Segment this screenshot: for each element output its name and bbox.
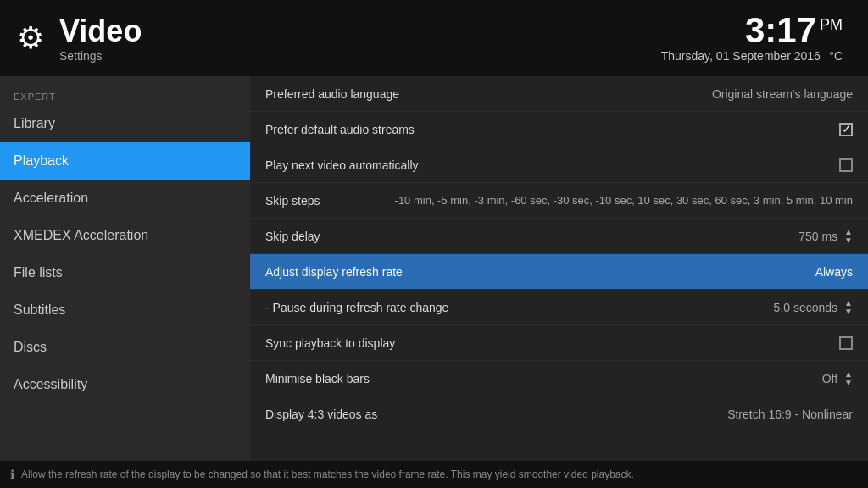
- setting-value-black-bars: Off: [822, 372, 837, 385]
- clock: 3:17PM: [661, 13, 843, 48]
- setting-value-audio-language: Original stream's language: [712, 87, 853, 101]
- date-display: Thursday, 01 September 2016: [661, 49, 821, 63]
- setting-value-skip-steps: -10 min, -5 min, -3 min, -60 sec, -30 se…: [395, 194, 853, 207]
- setting-row-refresh-rate[interactable]: Adjust display refresh rate Always: [250, 254, 868, 290]
- header-right: 3:17PM Thursday, 01 September 2016 °C: [661, 13, 843, 64]
- setting-value-refresh-rate: Always: [815, 265, 853, 279]
- sidebar-item-xmedex[interactable]: XMEDEX Acceleration: [0, 217, 250, 254]
- settings-panel: Preferred audio language Original stream…: [250, 76, 868, 461]
- section-label: EXPERT: [0, 85, 250, 105]
- setting-label-audio-language: Preferred audio language: [265, 87, 712, 101]
- settings-label: Settings: [59, 49, 142, 63]
- spinner-skip-delay[interactable]: ▲ ▼: [844, 228, 853, 245]
- setting-label-default-audio: Prefer default audio streams: [265, 123, 839, 136]
- spinner-up[interactable]: ▲: [844, 228, 853, 236]
- header-title-block: Video Settings: [59, 14, 142, 63]
- setting-row-display-43[interactable]: Display 4:3 videos as Stretch 16:9 - Non…: [250, 396, 868, 432]
- setting-label-display-43: Display 4:3 videos as: [265, 408, 727, 421]
- setting-value-pause-refresh: 5.0 seconds: [774, 301, 838, 314]
- time-value: 3:17: [745, 10, 816, 50]
- checkbox-play-next[interactable]: [839, 158, 853, 172]
- info-icon: ℹ: [10, 468, 14, 481]
- sidebar-item-subtitles[interactable]: Subtitles: [0, 291, 250, 329]
- content-area: EXPERT Library Playback Acceleration XME…: [0, 76, 868, 461]
- setting-row-black-bars[interactable]: Minimise black bars Off ▲ ▼: [250, 361, 868, 396]
- spinner-up-2[interactable]: ▲: [844, 299, 853, 308]
- setting-label-sync-playback: Sync playback to display: [265, 336, 839, 350]
- sidebar-item-acceleration[interactable]: Acceleration: [0, 180, 250, 217]
- setting-row-sync-playback[interactable]: Sync playback to display: [250, 325, 868, 361]
- page-title: Video: [59, 14, 142, 49]
- setting-label-skip-steps: Skip steps: [265, 194, 395, 208]
- spinner-black-bars[interactable]: ▲ ▼: [844, 370, 853, 387]
- temperature-unit: °C: [829, 49, 843, 63]
- spinner-pause-refresh[interactable]: ▲ ▼: [844, 299, 853, 316]
- time-display: 3:17PM: [745, 10, 843, 50]
- header: ⚙ Video Settings 3:17PM Thursday, 01 Sep…: [0, 0, 868, 76]
- sidebar-item-library[interactable]: Library: [0, 105, 250, 142]
- checkbox-default-audio[interactable]: [839, 123, 853, 136]
- spinner-up-3[interactable]: ▲: [844, 370, 853, 379]
- setting-row-audio-language[interactable]: Preferred audio language Original stream…: [250, 76, 868, 112]
- ampm: PM: [820, 16, 843, 33]
- checkbox-sync-playback[interactable]: [839, 336, 853, 350]
- sidebar-item-accessibility[interactable]: Accessibility: [0, 366, 250, 403]
- footer-text: Allow the refresh rate of the display to…: [21, 469, 634, 480]
- setting-label-black-bars: Minimise black bars: [265, 372, 822, 385]
- setting-label-play-next: Play next video automatically: [265, 158, 839, 172]
- date-line: Thursday, 01 September 2016 °C: [661, 48, 843, 64]
- setting-label-pause-refresh: - Pause during refresh rate change: [265, 301, 774, 314]
- setting-row-skip-delay[interactable]: Skip delay 750 ms ▲ ▼: [250, 219, 868, 254]
- setting-label-skip-delay: Skip delay: [265, 230, 798, 243]
- sidebar-item-discs[interactable]: Discs: [0, 329, 250, 366]
- setting-row-skip-steps[interactable]: Skip steps -10 min, -5 min, -3 min, -60 …: [250, 183, 868, 219]
- setting-value-display-43: Stretch 16:9 - Nonlinear: [727, 408, 853, 421]
- sidebar-item-filelists[interactable]: File lists: [0, 254, 250, 291]
- sidebar-item-playback[interactable]: Playback: [0, 142, 250, 180]
- setting-label-refresh-rate: Adjust display refresh rate: [265, 265, 815, 279]
- setting-value-skip-delay: 750 ms: [798, 230, 837, 243]
- sidebar: EXPERT Library Playback Acceleration XME…: [0, 76, 250, 461]
- gear-icon: ⚙: [17, 20, 44, 56]
- spinner-down-3[interactable]: ▼: [844, 379, 853, 387]
- setting-row-default-audio[interactable]: Prefer default audio streams: [250, 112, 868, 147]
- spinner-down[interactable]: ▼: [844, 236, 853, 245]
- setting-row-play-next[interactable]: Play next video automatically: [250, 147, 868, 183]
- spinner-down-2[interactable]: ▼: [844, 308, 853, 316]
- header-left: ⚙ Video Settings: [17, 14, 142, 63]
- footer: ℹ Allow the refresh rate of the display …: [0, 461, 868, 488]
- setting-row-pause-refresh[interactable]: - Pause during refresh rate change 5.0 s…: [250, 290, 868, 325]
